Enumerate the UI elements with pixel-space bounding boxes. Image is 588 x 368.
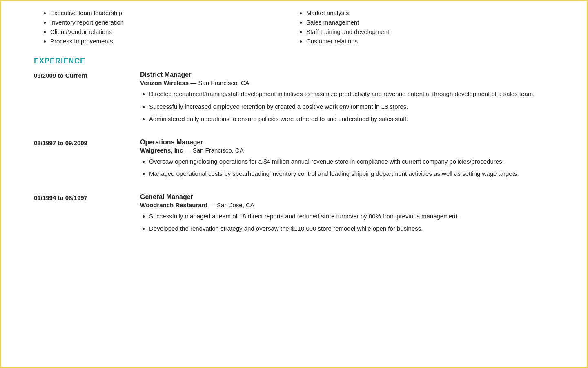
experience-entry: 09/2009 to CurrentDistrict ManagerVerizo…	[34, 71, 554, 127]
skills-section: Executive team leadershipInventory repor…	[34, 9, 554, 47]
job-bullet: Managed operational costs by spearheadin…	[149, 169, 554, 179]
company-name: Woodranch Restaurant	[140, 202, 207, 209]
job-bullet: Developed the renovation strategy and ov…	[149, 224, 554, 233]
experience-section: EXPERIENCE 09/2009 to CurrentDistrict Ma…	[34, 57, 554, 237]
job-details: District ManagerVerizon Wireless — San F…	[140, 71, 554, 127]
skills-right-column: Market analysisSales managementStaff tra…	[298, 9, 554, 47]
skill-item: Process Improvements	[50, 38, 298, 45]
job-details: General ManagerWoodranch Restaurant — Sa…	[140, 193, 554, 237]
skill-item: Sales management	[306, 19, 554, 26]
skills-left-column: Executive team leadershipInventory repor…	[42, 9, 298, 47]
experience-date: 08/1997 to 09/2009	[34, 139, 140, 182]
company-location: San Francisco, CA	[193, 147, 244, 154]
job-details: Operations ManagerWalgreens, Inc — San F…	[140, 139, 554, 182]
experience-entry: 01/1994 to 08/1997General ManagerWoodran…	[34, 193, 554, 237]
skill-item: Customer relations	[306, 38, 554, 45]
job-bullet: Administered daily operations to ensure …	[149, 114, 554, 124]
skill-item: Staff training and development	[306, 28, 554, 35]
skills-left-list: Executive team leadershipInventory repor…	[42, 9, 298, 45]
job-bullet: Successfully managed a team of 18 direct…	[149, 212, 554, 221]
company-line: Walgreens, Inc — San Francisco, CA	[140, 147, 554, 154]
company-line: Woodranch Restaurant — San Jose, CA	[140, 202, 554, 209]
job-bullets: Oversaw opening/closing operations for a…	[140, 157, 554, 179]
resume-page: Executive team leadershipInventory repor…	[0, 0, 588, 368]
skills-right-list: Market analysisSales managementStaff tra…	[298, 9, 554, 45]
experience-date: 01/1994 to 08/1997	[34, 193, 140, 237]
company-location: San Jose, CA	[217, 202, 254, 209]
job-bullet: Successfully increased employee retentio…	[149, 102, 554, 112]
skill-item: Market analysis	[306, 9, 554, 16]
skill-item: Executive team leadership	[50, 9, 298, 16]
experience-date: 09/2009 to Current	[34, 71, 140, 127]
job-bullet: Directed recruitment/training/staff deve…	[149, 90, 554, 99]
job-title: Operations Manager	[140, 139, 554, 146]
company-name: Walgreens, Inc	[140, 147, 183, 154]
job-title: District Manager	[140, 71, 554, 79]
job-bullets: Directed recruitment/training/staff deve…	[140, 90, 554, 124]
experience-entry: 08/1997 to 09/2009Operations ManagerWalg…	[34, 139, 554, 182]
job-bullets: Successfully managed a team of 18 direct…	[140, 212, 554, 233]
company-line: Verizon Wireless — San Francisco, CA	[140, 79, 554, 86]
job-title: General Manager	[140, 193, 554, 201]
company-dash: —	[190, 79, 196, 86]
company-location: San Francisco, CA	[198, 79, 249, 86]
job-bullet: Oversaw opening/closing operations for a…	[149, 157, 554, 166]
company-dash: —	[185, 147, 191, 154]
skill-item: Inventory report generation	[50, 19, 298, 26]
experience-section-title: EXPERIENCE	[34, 57, 554, 65]
company-dash: —	[209, 202, 215, 209]
skill-item: Client/Vendor relations	[50, 28, 298, 35]
experience-entries: 09/2009 to CurrentDistrict ManagerVerizo…	[34, 71, 554, 237]
company-name: Verizon Wireless	[140, 79, 189, 86]
